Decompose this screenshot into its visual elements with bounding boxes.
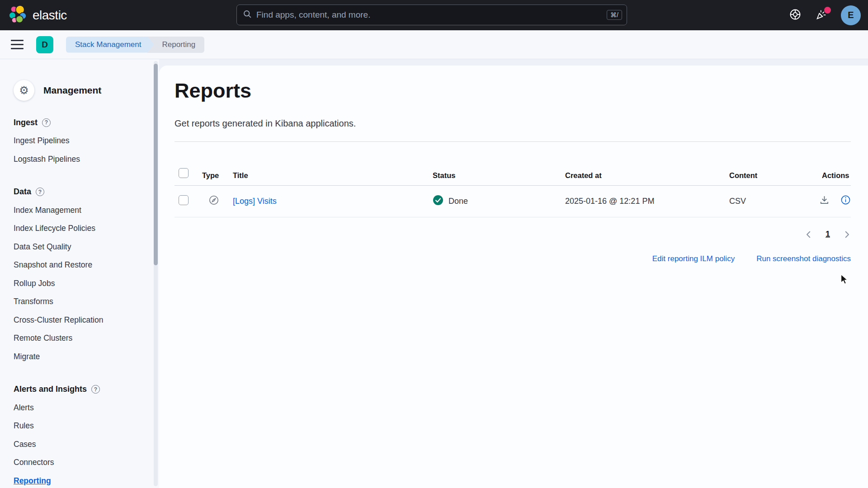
search-icon xyxy=(243,10,252,20)
help-icon xyxy=(789,8,802,23)
sidebar-item-migrate[interactable]: Migrate xyxy=(14,352,40,361)
sidebar-nav: Ingest ? Ingest Pipelines Logstash Pipel… xyxy=(14,113,159,488)
column-header-created-at: Created at xyxy=(565,141,729,185)
sidebar-item-cases[interactable]: Cases xyxy=(14,440,36,449)
report-title-link[interactable]: [Logs] Visits xyxy=(233,197,277,206)
sidebar-item-data-set-quality[interactable]: Data Set Quality xyxy=(14,242,71,252)
sidebar-item-alerts[interactable]: Alerts xyxy=(14,403,34,413)
chevron-right-icon[interactable] xyxy=(843,230,851,239)
menu-icon[interactable] xyxy=(10,38,24,51)
reports-table: Type Title Status Created at Content Act… xyxy=(175,141,851,217)
chevron-left-icon[interactable] xyxy=(805,230,813,239)
column-header-content: Content xyxy=(729,141,822,185)
info-icon[interactable] xyxy=(840,195,851,207)
elastic-logo[interactable]: elastic xyxy=(8,5,67,26)
sidebar-item-index-management[interactable]: Index Management xyxy=(14,206,81,215)
logo-wordmark: elastic xyxy=(33,8,67,23)
column-header-actions: Actions xyxy=(822,141,851,185)
gear-icon: ⚙ xyxy=(14,80,34,101)
created-at-value: 2025-01-16 @ 12:21 PM xyxy=(565,185,729,217)
run-screenshot-diagnostics-link[interactable]: Run screenshot diagnostics xyxy=(756,254,851,263)
breadcrumb-stack-management[interactable]: Stack Management xyxy=(66,37,154,53)
sidebar-item-rules[interactable]: Rules xyxy=(14,421,34,431)
breadcrumb-reporting: Reporting xyxy=(147,37,204,53)
download-icon[interactable] xyxy=(819,195,830,207)
row-checkbox[interactable] xyxy=(179,195,189,205)
table-row: [Logs] Visits Done 2025-01 xyxy=(175,185,851,217)
sidebar-item-transforms[interactable]: Transforms xyxy=(14,297,53,306)
breadcrumb: Stack Management Reporting xyxy=(66,37,204,53)
search-shortcut-badge: ⌘/ xyxy=(607,10,622,20)
sidebar-scrollbar-thumb[interactable] xyxy=(154,64,158,265)
notification-badge xyxy=(824,7,831,14)
app-header: elastic ⌘/ xyxy=(0,0,868,30)
section-label-data: Data xyxy=(14,187,31,197)
breadcrumb-bar: D Stack Management Reporting xyxy=(0,30,868,59)
sidebar-item-reporting[interactable]: Reporting xyxy=(14,476,51,486)
table-header-row: Type Title Status Created at Content Act… xyxy=(175,141,851,185)
sidebar-title: Management xyxy=(43,85,101,96)
section-label-ingest: Ingest xyxy=(14,118,38,127)
user-avatar[interactable]: E xyxy=(841,5,861,25)
sidebar-item-rollup-jobs[interactable]: Rollup Jobs xyxy=(14,279,55,288)
report-type-icon xyxy=(208,198,219,207)
sidebar-item-connectors[interactable]: Connectors xyxy=(14,458,54,467)
sidebar-item-ingest-pipelines[interactable]: Ingest Pipelines xyxy=(14,136,70,145)
column-header-title: Title xyxy=(233,141,433,185)
elastic-logo-icon xyxy=(8,5,27,26)
question-circle-icon[interactable]: ? xyxy=(42,118,51,127)
select-all-checkbox[interactable] xyxy=(179,168,189,178)
section-label-alerts-and-insights: Alerts and Insights xyxy=(14,385,87,394)
status-done-icon xyxy=(433,195,443,208)
edit-ilm-policy-link[interactable]: Edit reporting ILM policy xyxy=(652,254,735,263)
global-search[interactable]: ⌘/ xyxy=(236,5,627,25)
page-title: Reports xyxy=(175,80,851,102)
help-button[interactable] xyxy=(788,9,802,22)
search-input[interactable] xyxy=(256,10,602,20)
column-header-status: Status xyxy=(433,141,565,185)
avatar-initial: E xyxy=(848,10,854,20)
space-badge-letter: D xyxy=(42,40,48,50)
page-description: Get reports generated in Kibana applicat… xyxy=(175,118,851,129)
pagination: 1 xyxy=(175,225,851,244)
page-number-current[interactable]: 1 xyxy=(826,230,830,239)
content-type-value: CSV xyxy=(729,185,822,217)
reports-page: Reports Get reports generated in Kibana … xyxy=(159,66,868,488)
question-circle-icon[interactable]: ? xyxy=(36,188,44,196)
sidebar-item-index-lifecycle-policies[interactable]: Index Lifecycle Policies xyxy=(14,224,95,233)
question-circle-icon[interactable]: ? xyxy=(91,385,100,394)
whats-new-button[interactable] xyxy=(815,9,828,22)
sidebar-item-remote-clusters[interactable]: Remote Clusters xyxy=(14,333,72,343)
column-header-type: Type xyxy=(202,141,233,185)
sidebar-item-snapshot-and-restore[interactable]: Snapshot and Restore xyxy=(14,260,92,270)
status-text: Done xyxy=(448,197,468,206)
sidebar-item-logstash-pipelines[interactable]: Logstash Pipelines xyxy=(14,155,80,164)
management-sidebar: ⚙ Management Ingest ? Ingest Pipelines L… xyxy=(0,59,159,488)
space-badge[interactable]: D xyxy=(36,36,53,53)
sidebar-item-cross-cluster-replication[interactable]: Cross-Cluster Replication xyxy=(14,315,103,325)
